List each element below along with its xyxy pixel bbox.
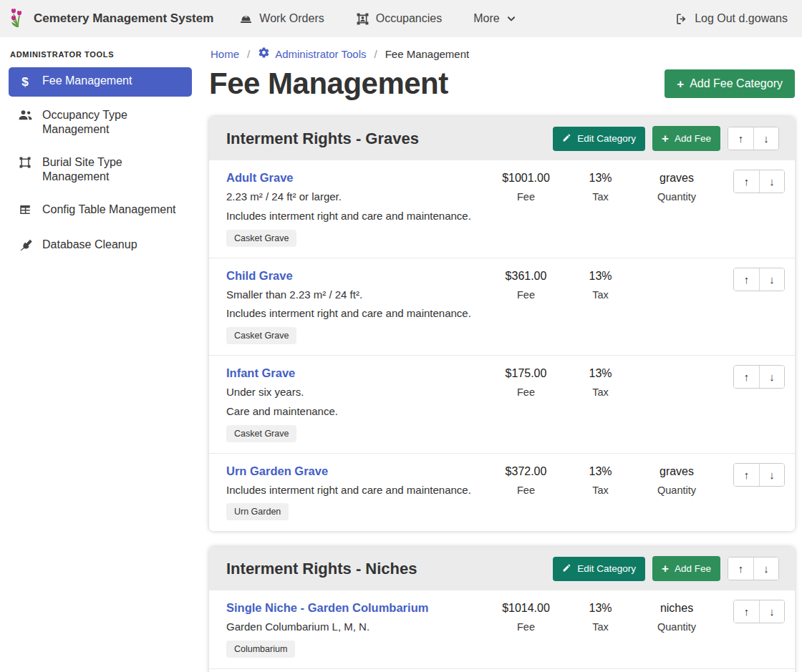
nav-occupancies[interactable]: Occupancies	[356, 12, 443, 26]
add-fee-button[interactable]: + Add Fee	[652, 556, 720, 581]
fee-tax-value: 13%	[564, 602, 637, 615]
fee-name-link[interactable]: Urn Garden Grave	[226, 464, 488, 478]
breadcrumb-current: Fee Management	[385, 48, 470, 60]
fee-amount-column: $175.00 Fee	[488, 365, 564, 442]
move-category-up-button[interactable]: ↑	[728, 557, 753, 580]
fee-amount-label: Fee	[488, 191, 564, 203]
sidebar-item-fee-management[interactable]: $ Fee Management	[9, 67, 192, 97]
fee-tax-label: Tax	[564, 484, 637, 496]
fee-tax-label: Tax	[564, 191, 637, 203]
breadcrumb: Home / Administrator Tools / Fee Managem…	[209, 47, 795, 61]
category-header: Interment Rights - Graves Edit Category …	[209, 117, 795, 160]
fee-tax-column: 13% Tax	[564, 365, 637, 442]
fee-reorder-controls: ↑ ↓	[733, 600, 785, 623]
app-brand[interactable]: Cemetery Management System	[9, 6, 213, 31]
move-fee-up-button[interactable]: ↑	[734, 268, 759, 291]
move-fee-down-button[interactable]: ↓	[759, 170, 784, 193]
fee-amount-label: Fee	[488, 484, 564, 496]
add-fee-button[interactable]: + Add Fee	[652, 126, 720, 151]
main-content: Home / Administrator Tools / Fee Managem…	[200, 37, 802, 672]
nav-label: More	[473, 12, 499, 25]
fee-reorder-controls: ↑ ↓	[733, 170, 785, 193]
fee-name-link[interactable]: Child Grave	[226, 269, 488, 283]
edit-category-button[interactable]: Edit Category	[553, 557, 645, 581]
plus-icon: +	[662, 563, 669, 575]
fee-row: Infant Grave Under six years.Care and ma…	[209, 355, 795, 453]
category-fees: Single Niche - Garden Columbarium Garden…	[209, 590, 795, 672]
add-fee-category-button[interactable]: + Add Fee Category	[665, 69, 795, 98]
fee-amount-value: $1001.00	[488, 172, 564, 185]
move-fee-down-button[interactable]: ↓	[759, 268, 784, 291]
category-title: Interment Rights - Niches	[226, 560, 553, 578]
fee-name-link[interactable]: Infant Grave	[226, 366, 488, 380]
fee-tax-label: Tax	[564, 289, 637, 301]
move-category-down-button[interactable]: ↓	[753, 127, 778, 150]
app-title: Cemetery Management System	[34, 11, 213, 26]
fee-description: Garden Columbarium L, M, N.	[226, 620, 488, 634]
button-label: Add Fee	[675, 133, 711, 144]
button-label: Add Fee	[675, 563, 711, 574]
fee-type-tag: Casket Grave	[226, 425, 296, 442]
breadcrumb-home-link[interactable]: Home	[211, 48, 239, 60]
fee-descriptions: Garden Columbarium L, M, N.	[226, 620, 488, 634]
sidebar-item-burial-site-type[interactable]: Burial Site Type Management	[9, 149, 192, 191]
breadcrumb-admin-tools-link[interactable]: Administrator Tools	[258, 47, 366, 61]
move-fee-down-button[interactable]: ↓	[759, 464, 784, 486]
sidebar-item-database-cleanup[interactable]: Database Cleanup	[9, 231, 192, 262]
move-fee-up-button[interactable]: ↑	[734, 464, 759, 486]
fee-type-tag: Casket Grave	[226, 230, 296, 247]
fee-tax-value: 13%	[564, 367, 637, 380]
pencil-icon	[562, 133, 571, 145]
move-fee-up-button[interactable]: ↑	[734, 366, 759, 388]
logout-button[interactable]: Log Out d.gowans	[675, 12, 788, 26]
move-fee-up-button[interactable]: ↑	[734, 600, 759, 623]
fee-tax-column: 13% Tax	[564, 268, 637, 345]
edit-category-button[interactable]: Edit Category	[553, 127, 645, 151]
plus-icon: +	[677, 78, 684, 90]
fee-amount-label: Fee	[488, 386, 564, 398]
fee-quantity-column: graves Quantity	[637, 170, 716, 247]
category-reorder-controls: ↑ ↓	[728, 557, 779, 580]
fee-tax-column: 13% Tax	[564, 463, 637, 521]
sidebar-item-occupancy-type[interactable]: Occupancy Type Management	[9, 102, 192, 144]
logout-icon	[675, 12, 688, 26]
fee-amount-value: $1014.00	[488, 602, 564, 615]
fee-row: Adult Grave 2.23 m² / 24 ft² or larger.I…	[209, 160, 795, 258]
gear-icon	[258, 47, 270, 61]
button-label: Add Fee Category	[690, 77, 783, 90]
sidebar: Administrator Tools $ Fee Management Occ…	[0, 37, 200, 268]
fee-description: Includes interment right and care and ma…	[226, 307, 488, 321]
fee-description: Includes interment right and care and ma…	[226, 484, 488, 497]
fee-name-link[interactable]: Adult Grave	[226, 171, 488, 185]
move-category-up-button[interactable]: ↑	[728, 127, 753, 150]
page-title: Fee Management	[209, 67, 448, 101]
nav-work-orders[interactable]: Work Orders	[239, 12, 324, 26]
nav-more[interactable]: More	[473, 12, 516, 25]
pencil-icon	[562, 563, 571, 575]
fee-amount-column: $1014.00 Fee	[488, 600, 564, 658]
plus-icon: +	[662, 132, 669, 145]
fee-type-tag: Casket Grave	[226, 327, 296, 344]
id-badge-icon	[356, 12, 369, 26]
breadcrumb-separator: /	[374, 48, 377, 60]
vector-square-icon	[17, 156, 33, 172]
breadcrumb-separator: /	[247, 48, 250, 60]
sidebar-heading: Administrator Tools	[10, 50, 190, 59]
fee-name-link[interactable]: Single Niche - Garden Columbarium	[226, 601, 488, 615]
fee-category-card: Interment Rights - Graves Edit Category …	[209, 117, 795, 531]
fee-descriptions: Includes interment right and care and ma…	[226, 484, 488, 497]
fee-tax-value: 13%	[564, 465, 637, 478]
fee-descriptions: 2.23 m² / 24 ft² or larger.Includes inte…	[226, 190, 488, 223]
fee-quantity-column	[637, 268, 716, 345]
fee-amount-column: $1001.00 Fee	[488, 170, 564, 247]
fee-amount-value: $361.00	[488, 270, 564, 283]
fee-amount-column: $361.00 Fee	[488, 268, 564, 345]
move-fee-down-button[interactable]: ↓	[759, 600, 784, 623]
button-label: Edit Category	[577, 563, 636, 574]
move-category-down-button[interactable]: ↓	[753, 557, 778, 580]
fee-amount-label: Fee	[488, 621, 564, 633]
move-fee-down-button[interactable]: ↓	[759, 366, 784, 388]
sidebar-item-config-table[interactable]: Config Table Management	[9, 196, 192, 226]
move-fee-up-button[interactable]: ↑	[734, 170, 759, 193]
button-label: Edit Category	[577, 133, 636, 144]
